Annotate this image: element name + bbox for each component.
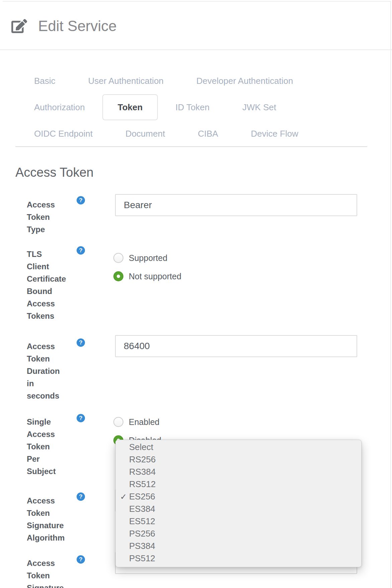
radio-enabled-label[interactable]: Enabled <box>129 417 160 427</box>
tab-document[interactable]: Document <box>110 121 181 147</box>
tab-bar: Basic User Authentication Developer Auth… <box>19 68 373 147</box>
dropdown-option-es256[interactable]: ✓ES256 <box>116 490 361 503</box>
help-icon[interactable]: ? <box>77 246 85 255</box>
section-heading: Access Token <box>15 166 94 179</box>
page-title: Edit Service <box>38 18 117 34</box>
label-access-token-type: Access Token Type <box>27 198 84 236</box>
dropdown-option-rs256[interactable]: RS256 <box>116 453 361 466</box>
help-icon[interactable]: ? <box>77 196 85 204</box>
radio-supported-label[interactable]: Supported <box>129 253 167 263</box>
tab-ciba[interactable]: CIBA <box>182 121 233 147</box>
dropdown-option-es384[interactable]: ES384 <box>116 503 361 515</box>
radio-not-supported[interactable] <box>113 271 123 281</box>
help-icon[interactable]: ? <box>77 414 85 422</box>
radio-not-supported-label[interactable]: Not supported <box>129 271 181 281</box>
dropdown-option-select[interactable]: Select <box>116 441 361 453</box>
label-tls-client-cert-bound: TLS Client Certificate Bound Access Toke… <box>27 248 84 322</box>
help-icon[interactable]: ? <box>77 555 85 564</box>
radio-supported[interactable] <box>113 253 123 263</box>
panel-right-border <box>390 1 391 588</box>
tab-token[interactable]: Token <box>102 94 158 120</box>
label-single-access-token: Single Access Token Per Subject <box>27 416 84 477</box>
dropdown-option-rs384[interactable]: RS384 <box>116 466 361 478</box>
tab-row-3: OIDC Endpoint Document CIBA Device Flow <box>19 121 373 147</box>
tab-authorization[interactable]: Authorization <box>19 94 100 120</box>
label-access-token-duration: Access Token Duration in seconds <box>27 340 84 402</box>
dropdown-option-rs512[interactable]: RS512 <box>116 478 361 490</box>
panel-top-border <box>3 1 391 2</box>
label-signature-algorithm: Access Token Signature Algorithm <box>27 494 84 544</box>
tab-device-flow[interactable]: Device Flow <box>235 121 314 147</box>
radio-enabled[interactable] <box>113 417 123 427</box>
tab-oidc-endpoint[interactable]: OIDC Endpoint <box>19 121 108 147</box>
dropdown-option-ps384[interactable]: PS384 <box>116 540 361 552</box>
access-token-type-input[interactable] <box>115 194 357 216</box>
dropdown-option-ps512[interactable]: PS512 <box>116 552 361 565</box>
access-token-duration-input[interactable] <box>115 335 357 357</box>
tab-developer-authentication[interactable]: Developer Authentication <box>181 68 308 94</box>
tabs-divider <box>15 146 367 147</box>
edit-service-page: Edit Service Basic User Authentication D… <box>0 0 392 588</box>
tab-id-token[interactable]: ID Token <box>160 94 225 120</box>
header-divider <box>0 49 392 50</box>
tab-user-authentication[interactable]: User Authentication <box>73 68 179 94</box>
tab-row-2: Authorization Token ID Token JWK Set <box>19 94 373 120</box>
dropdown-option-ps256[interactable]: PS256 <box>116 528 361 540</box>
signature-algorithm-dropdown: Select RS256 RS384 RS512 ✓ES256 ES384 ES… <box>115 440 362 567</box>
tab-basic[interactable]: Basic <box>19 68 71 94</box>
check-icon: ✓ <box>120 490 129 503</box>
dropdown-option-es512[interactable]: ES512 <box>116 515 361 528</box>
edit-pencil-square-icon <box>11 19 27 33</box>
tab-row-1: Basic User Authentication Developer Auth… <box>19 68 373 94</box>
help-icon[interactable]: ? <box>77 492 85 501</box>
label-access-token-signature: Access Token Signature <box>27 557 84 588</box>
help-icon[interactable]: ? <box>77 338 85 347</box>
tab-jwk-set[interactable]: JWK Set <box>227 94 292 120</box>
